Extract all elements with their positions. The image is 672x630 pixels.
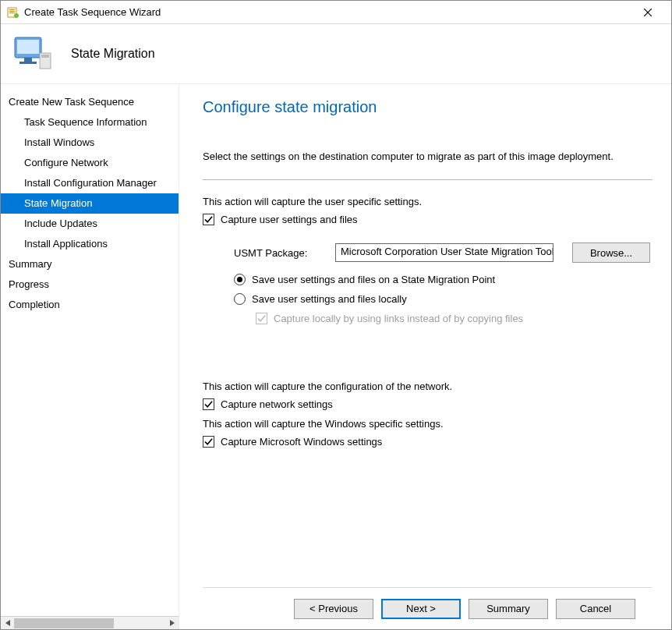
scroll-right-arrow-icon[interactable] [165, 617, 179, 630]
sidebar-item-task-sequence-information[interactable]: Task Sequence Information [1, 112, 179, 133]
content-row: Create New Task Sequence Task Sequence I… [1, 83, 671, 629]
sidebar-items: Create New Task Sequence Task Sequence I… [1, 84, 179, 616]
next-button[interactable]: Next > [381, 599, 461, 619]
network-intro-text: This action will capture the configurati… [203, 380, 653, 392]
sidebar-item-install-windows[interactable]: Install Windows [1, 133, 179, 153]
titlebar: Create Task Sequence Wizard [1, 1, 671, 24]
sidebar-item-completion[interactable]: Completion [1, 295, 179, 315]
capture-user-settings-label: Capture user settings and files [221, 214, 358, 225]
scroll-left-arrow-icon[interactable] [1, 617, 14, 630]
capture-windows-settings-label: Capture Microsoft Windows settings [221, 436, 382, 448]
capture-local-links-label: Capture locally by using links instead o… [274, 313, 523, 324]
capture-network-settings-label: Capture network settings [221, 398, 333, 410]
sidebar-item-create-new-task-sequence[interactable]: Create New Task Sequence [1, 92, 179, 112]
sidebar-item-install-configuration-manager[interactable]: Install Configuration Manager [1, 173, 179, 193]
radio-unselected-icon [234, 293, 246, 305]
scroll-track[interactable] [14, 617, 165, 630]
sidebar: Create New Task Sequence Task Sequence I… [1, 83, 179, 629]
sidebar-horizontal-scrollbar[interactable] [1, 616, 179, 629]
sidebar-item-install-applications[interactable]: Install Applications [1, 234, 179, 254]
svg-marker-13 [5, 620, 10, 626]
browse-button[interactable]: Browse... [572, 242, 650, 263]
svg-rect-3 [9, 12, 15, 13]
save-on-smp-label: Save user settings and files on a State … [252, 274, 495, 285]
radio-selected-icon [234, 274, 246, 285]
svg-rect-10 [19, 62, 37, 64]
svg-rect-9 [24, 58, 32, 62]
header-band: State Migration [1, 24, 671, 83]
save-locally-radio[interactable]: Save user settings and files locally [234, 293, 653, 305]
checkbox-icon [203, 436, 214, 448]
svg-rect-2 [9, 11, 15, 12]
save-on-smp-radio[interactable]: Save user settings and files on a State … [234, 274, 653, 285]
checkbox-icon [203, 214, 214, 225]
monitor-icon [12, 33, 54, 75]
window-title: Create Task Sequence Wizard [24, 6, 631, 18]
svg-point-4 [14, 13, 19, 18]
usmt-package-label: USMT Package: [234, 247, 335, 259]
capture-network-settings-checkbox[interactable]: Capture network settings [203, 398, 653, 410]
capture-intro-text: This action will capture the user specif… [203, 196, 653, 207]
main-heading: Configure state migration [203, 98, 653, 116]
sidebar-item-configure-network[interactable]: Configure Network [1, 153, 179, 173]
cancel-button[interactable]: Cancel [556, 599, 635, 619]
svg-marker-14 [170, 620, 175, 626]
main-panel: Configure state migration Select the set… [179, 83, 671, 629]
summary-button[interactable]: Summary [469, 599, 548, 619]
capture-local-links-checkbox: Capture locally by using links instead o… [256, 313, 653, 324]
usmt-package-row: USMT Package: Microsoft Corporation User… [234, 242, 653, 263]
previous-button[interactable]: < Previous [294, 599, 373, 619]
sidebar-item-progress[interactable]: Progress [1, 274, 179, 295]
sidebar-item-summary[interactable]: Summary [1, 254, 179, 274]
svg-rect-1 [9, 9, 15, 10]
intro-text: Select the settings on the destination c… [203, 150, 653, 162]
svg-rect-12 [41, 55, 49, 58]
svg-rect-8 [17, 40, 39, 54]
capture-user-settings-checkbox[interactable]: Capture user settings and files [203, 214, 653, 225]
checkbox-disabled-icon [256, 313, 267, 324]
wizard-icon [7, 6, 19, 19]
checkbox-icon [203, 398, 214, 410]
usmt-package-input[interactable]: Microsoft Corporation User State Migrati… [335, 243, 554, 262]
sidebar-item-state-migration[interactable]: State Migration [1, 193, 179, 214]
close-button[interactable] [631, 1, 665, 24]
scroll-thumb[interactable] [14, 618, 114, 628]
windows-intro-text: This action will capture the Windows spe… [203, 418, 653, 430]
page-title: State Migration [71, 47, 155, 61]
footer: < Previous Next > Summary Cancel [203, 587, 653, 629]
save-locally-label: Save user settings and files locally [252, 293, 407, 305]
divider [203, 179, 653, 180]
capture-windows-settings-checkbox[interactable]: Capture Microsoft Windows settings [203, 436, 653, 448]
sidebar-item-include-updates[interactable]: Include Updates [1, 214, 179, 234]
